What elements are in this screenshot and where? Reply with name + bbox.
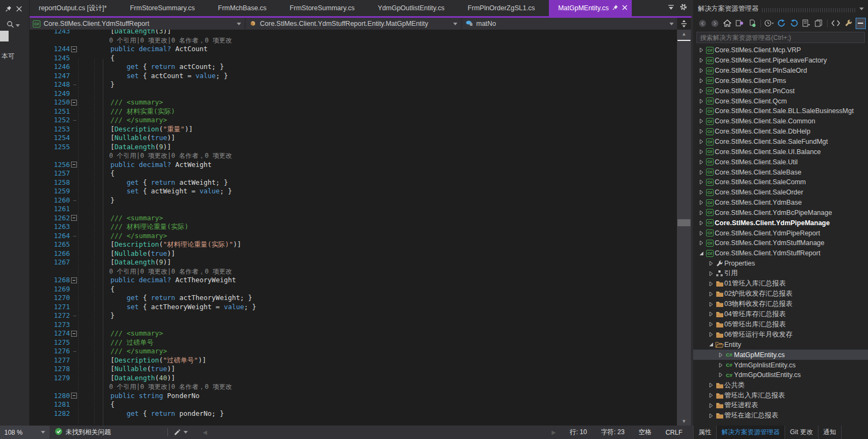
line-number[interactable]: 1273 (30, 320, 70, 330)
line-number[interactable]: 1263 (30, 222, 70, 232)
fold-margin[interactable] (70, 365, 78, 374)
expanded-arrow-icon[interactable] (707, 342, 715, 347)
copy-docs-icon[interactable] (814, 18, 824, 29)
code-text[interactable]: public decimal? ActTheoryWeight (78, 276, 236, 285)
zoom-selector[interactable]: 108 % (0, 426, 50, 439)
code-line[interactable]: 1252/// </summary> (30, 116, 677, 125)
tree-item[interactable]: 管坯在途汇总报表 (693, 410, 868, 421)
view-code-icon[interactable] (831, 18, 841, 29)
tree-item[interactable]: C#Core.StlMes.Client.Qcm (693, 96, 868, 106)
code-text[interactable]: { (78, 169, 115, 178)
scroll-up-icon[interactable]: ▲ (677, 31, 691, 37)
tree-item[interactable]: C#Core.StlMes.Client.PlnSaleOrd (693, 66, 868, 76)
solution-search-input[interactable] (696, 32, 865, 43)
switch-views-icon[interactable] (735, 18, 745, 29)
fold-margin[interactable] (70, 80, 78, 89)
fold-margin[interactable] (70, 320, 78, 330)
code-line[interactable]: 1267[DataLength(9)] (30, 258, 677, 267)
code-text[interactable]: /// </summary> (78, 116, 167, 125)
code-text[interactable]: [DataLength(9)] (78, 258, 171, 267)
document-tab[interactable]: FrmStoreSummary.cs (121, 0, 204, 16)
line-number[interactable]: 1264 (30, 232, 70, 241)
collapsed-arrow-icon[interactable] (697, 108, 705, 114)
code-line[interactable]: 1251/// 材料实重(实际) (30, 107, 677, 116)
code-line[interactable]: 1261 (30, 205, 677, 214)
code-line[interactable]: 1249 (30, 89, 677, 99)
document-tab[interactable]: MatGpMEntity.cs (549, 0, 632, 16)
tree-item[interactable]: 05管坯出库汇总报表 (693, 319, 868, 330)
collapse-region-icon[interactable] (71, 162, 77, 168)
code-line[interactable]: 1279[DataLength(40)] (30, 374, 677, 383)
tree-item[interactable]: C#Core.StlMes.Client.Sale.UI.Balance (693, 147, 868, 157)
code-line[interactable]: 1248} (30, 80, 677, 89)
fold-margin[interactable] (70, 294, 78, 303)
codelens-text[interactable]: 0 个引用|0 项更改|0 名作者，0 项更改 (78, 267, 232, 276)
forward-icon[interactable] (710, 18, 720, 29)
line-number[interactable]: 1257 (30, 169, 70, 178)
code-text[interactable]: public decimal? ActCount (78, 45, 208, 54)
collapse-region-icon[interactable] (71, 277, 77, 283)
fold-margin[interactable] (70, 62, 78, 72)
collapse-region-icon[interactable] (71, 100, 77, 106)
line-number[interactable]: 1254 (30, 134, 70, 143)
fold-margin[interactable] (70, 249, 78, 259)
collapsed-arrow-icon[interactable] (697, 78, 705, 83)
dock-tab[interactable]: 解决方案资源管理器 (717, 426, 785, 439)
code-text[interactable]: public decimal? ActWeight (78, 161, 211, 170)
collapse-region-icon[interactable] (71, 331, 77, 337)
code-line[interactable]: 1260} (30, 196, 677, 205)
codelens-text[interactable]: 0 个引用|0 项更改|0 名作者，0 项更改 (78, 382, 232, 392)
code-text[interactable]: [Nullable(true)] (78, 249, 175, 259)
code-text[interactable]: } (78, 196, 115, 205)
code-line[interactable]: 1278[Nullable(true)] (30, 365, 677, 374)
fold-margin[interactable] (70, 45, 78, 54)
fold-margin[interactable] (70, 116, 78, 125)
tree-item[interactable]: C#Core.StlMes.Client.Sale.BLL.SaleBusine… (693, 106, 868, 116)
sync-active-document-icon[interactable] (747, 18, 757, 29)
close-icon[interactable] (16, 4, 22, 14)
tree-item[interactable]: C#Core.StlMes.Client.YdmBcPipeManage (693, 208, 868, 218)
collapsed-arrow-icon[interactable] (707, 311, 715, 317)
code-line[interactable]: 1270get { return actTheoryWeight; } (30, 294, 677, 303)
search-options-caret-icon[interactable] (16, 24, 20, 27)
code-line[interactable]: 1265[Description("材料理论重量(实际)")] (30, 240, 677, 249)
line-number[interactable]: 1249 (30, 89, 70, 99)
tree-item[interactable]: 03物料收发存汇总报表 (693, 299, 868, 309)
code-text[interactable]: [DataLength(3)] (78, 30, 171, 36)
code-text[interactable]: /// </summary> (78, 347, 167, 356)
line-number[interactable]: 1274 (30, 329, 70, 338)
collapsed-arrow-icon[interactable] (697, 88, 705, 94)
fold-margin[interactable] (70, 214, 78, 223)
fold-margin[interactable] (70, 161, 78, 170)
line-number[interactable]: 1260 (30, 196, 70, 205)
code-line[interactable]: 1281{ (30, 400, 677, 409)
code-text[interactable]: [Nullable(true)] (78, 365, 175, 374)
code-editor[interactable]: 1243[DataLength(3)]0 个引用|0 项更改|0 名作者，0 项… (30, 30, 677, 426)
code-line[interactable]: 1262/// <summary> (30, 214, 677, 223)
line-ending-indicator[interactable]: CRLF (666, 429, 682, 436)
line-number[interactable]: 1270 (30, 294, 70, 303)
scroll-down-icon[interactable]: ▼ (677, 419, 691, 424)
line-number[interactable]: 1261 (30, 205, 70, 214)
tree-item[interactable]: C#Core.StlMes.Client.YdmPipeManage (693, 218, 868, 228)
dock-tab[interactable]: 通知 (818, 426, 842, 439)
pen-icon[interactable] (173, 428, 180, 437)
fold-margin[interactable] (70, 54, 78, 63)
line-number[interactable]: 1259 (30, 187, 70, 196)
codelens-row[interactable]: 0 个引用|0 项更改|0 名作者，0 项更改 (30, 382, 677, 392)
line-number[interactable]: 1258 (30, 178, 70, 187)
indentation-indicator[interactable]: 空格 (639, 428, 652, 437)
code-line[interactable]: 1244public decimal? ActCount (30, 45, 677, 54)
line-number[interactable]: 1266 (30, 249, 70, 259)
line-number[interactable]: 1243 (30, 30, 70, 36)
fold-margin[interactable] (70, 205, 78, 214)
code-text[interactable]: } (78, 311, 115, 320)
fold-margin[interactable] (70, 409, 78, 419)
collapsed-arrow-icon[interactable] (707, 271, 715, 276)
collapsed-arrow-icon[interactable] (697, 179, 705, 185)
line-number[interactable]: 1271 (30, 303, 70, 312)
code-line[interactable]: 1269{ (30, 285, 677, 294)
line-number[interactable]: 1268 (30, 276, 70, 285)
collapsed-arrow-icon[interactable] (697, 58, 705, 63)
line-number[interactable]: 1245 (30, 54, 70, 63)
